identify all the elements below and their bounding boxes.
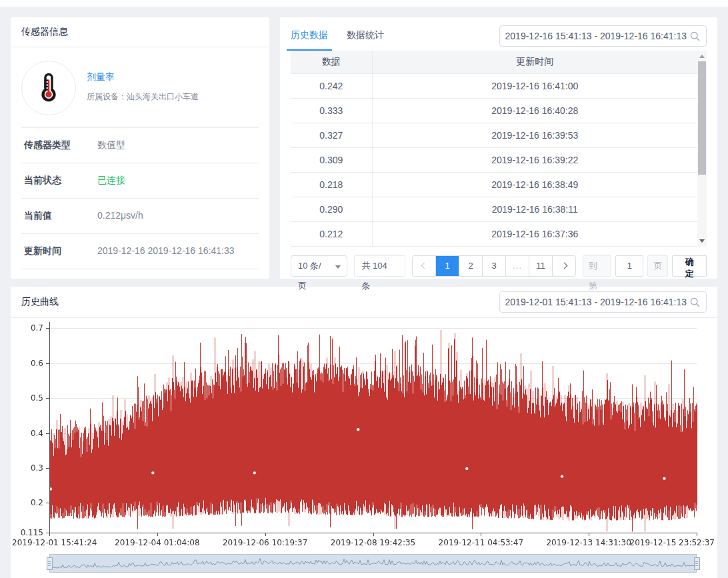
history-curve-chart[interactable] bbox=[11, 318, 717, 578]
device-label: 所属设备：汕头海关出口小车道 bbox=[87, 91, 199, 103]
tab-history-data[interactable]: 历史数据 bbox=[291, 29, 328, 51]
cell-time: 2019-12-16 16:38:49 bbox=[372, 172, 697, 197]
current-value: 0.212μsv/h bbox=[97, 210, 143, 222]
info-label: 更新时间 bbox=[24, 245, 97, 257]
total-count: 共 104 条 bbox=[354, 255, 405, 277]
page-size-value: 10 条/页 bbox=[298, 261, 321, 291]
table-row[interactable]: 0.3272019-12-16 16:39:53 bbox=[291, 123, 697, 147]
cell-time: 2019-12-16 16:37:36 bbox=[372, 221, 697, 246]
page-ellipsis[interactable]: ... bbox=[506, 256, 529, 276]
cell-value: 0.333 bbox=[291, 98, 372, 123]
sensor-profile: 剂量率 所属设备：汕头海关出口小车道 bbox=[21, 47, 259, 128]
sensor-avatar bbox=[21, 61, 76, 115]
history-table: 数据 更新时间 0.2422019-12-16 16:41:00 0.33320… bbox=[291, 51, 707, 247]
cell-value: 0.212 bbox=[291, 221, 372, 246]
goto-label: 到第 bbox=[583, 255, 612, 277]
page-button-11[interactable]: 11 bbox=[529, 256, 553, 276]
status-badge: 已连接 bbox=[97, 175, 125, 187]
cell-value: 0.327 bbox=[291, 123, 372, 147]
col-header-time: 更新时间 bbox=[372, 51, 697, 73]
cell-time: 2019-12-16 16:38:11 bbox=[372, 197, 697, 221]
table-row[interactable]: 0.2182019-12-16 16:38:49 bbox=[291, 172, 697, 197]
info-row-status: 当前状态 已连接 bbox=[21, 163, 259, 199]
thermometer-icon bbox=[29, 69, 68, 107]
pagination-bar: 10 条/页 共 104 条 1 2 3 ... 11 到第 页 bbox=[280, 247, 717, 285]
chevron-down-icon bbox=[335, 265, 341, 269]
info-label: 当前状态 bbox=[24, 175, 97, 187]
table-date-range-picker[interactable]: 2019-12-16 15:41:13 - 2019-12-16 16:41:1… bbox=[499, 25, 707, 47]
col-header-value: 数据 bbox=[291, 51, 372, 73]
chevron-right-icon bbox=[561, 262, 568, 269]
table-header-row: 数据 更新时间 bbox=[291, 51, 697, 73]
cell-time: 2019-12-16 16:39:22 bbox=[372, 147, 697, 172]
cell-time: 2019-12-16 16:39:53 bbox=[372, 123, 697, 147]
page-button-1[interactable]: 1 bbox=[436, 256, 459, 276]
info-row-current-value: 当前值 0.212μsv/h bbox=[21, 199, 259, 234]
curve-panel-title: 历史曲线 bbox=[21, 296, 59, 308]
sensor-type-value: 数值型 bbox=[97, 139, 125, 151]
curve-date-range-value: 2019-12-01 15:41:13 - 2019-12-16 16:41:1… bbox=[505, 297, 687, 307]
search-icon[interactable] bbox=[689, 297, 701, 308]
tab-data-statistics[interactable]: 数据统计 bbox=[347, 29, 384, 51]
confirm-button[interactable]: 确定 bbox=[672, 255, 707, 277]
sensor-panel-title: 传感器信息 bbox=[11, 17, 269, 47]
prev-page-button[interactable] bbox=[413, 256, 436, 276]
table-scrollbar[interactable] bbox=[697, 51, 707, 247]
chevron-left-icon bbox=[421, 262, 427, 269]
cell-time: 2019-12-16 16:40:28 bbox=[372, 98, 697, 123]
sensor-name-link[interactable]: 剂量率 bbox=[87, 71, 199, 83]
update-time-value: 2019-12-16 2019-12-16 16:41:33 bbox=[97, 245, 235, 257]
dashboard: 传感器信息 bbox=[0, 7, 728, 578]
page-label: 页 bbox=[647, 255, 668, 277]
cell-value: 0.309 bbox=[291, 147, 372, 172]
page-button-2[interactable]: 2 bbox=[459, 256, 483, 276]
cell-value: 0.242 bbox=[291, 73, 372, 98]
info-row-sensor-type: 传感器类型 数值型 bbox=[21, 128, 259, 163]
sensor-info-panel: 传感器信息 bbox=[11, 17, 269, 279]
cell-time: 2019-12-16 16:41:00 bbox=[372, 73, 697, 98]
history-data-panel: 历史数据 数据统计 2019-12-16 15:41:13 - 2019-12-… bbox=[280, 17, 717, 279]
pager: 1 2 3 ... 11 bbox=[412, 255, 576, 277]
info-label: 传感器类型 bbox=[24, 139, 97, 151]
curve-date-range-picker[interactable]: 2019-12-01 15:41:13 - 2019-12-16 16:41:1… bbox=[499, 291, 707, 313]
top-strip bbox=[0, 0, 728, 7]
page-size-select[interactable]: 10 条/页 bbox=[291, 255, 347, 277]
table-row[interactable]: 0.3092019-12-16 16:39:22 bbox=[291, 147, 697, 172]
info-label: 当前值 bbox=[24, 210, 97, 222]
page-button-3[interactable]: 3 bbox=[483, 256, 506, 276]
tab-bar: 历史数据 数据统计 bbox=[291, 25, 384, 51]
scrollbar-thumb[interactable] bbox=[698, 61, 706, 175]
table-row[interactable]: 0.2422019-12-16 16:41:00 bbox=[291, 73, 697, 98]
info-row-update-time: 更新时间 2019-12-16 2019-12-16 16:41:33 bbox=[21, 234, 259, 269]
cell-value: 0.290 bbox=[291, 197, 372, 221]
table-row[interactable]: 0.3332019-12-16 16:40:28 bbox=[291, 98, 697, 123]
next-page-button[interactable] bbox=[553, 256, 576, 276]
search-icon[interactable] bbox=[689, 31, 701, 42]
table-row[interactable]: 0.2122019-12-16 16:37:36 bbox=[291, 221, 697, 246]
goto-page-input[interactable] bbox=[615, 255, 643, 277]
page-jump: 到第 页 确定 bbox=[583, 255, 707, 277]
history-curve-panel: 历史曲线 2019-12-01 15:41:13 - 2019-12-16 16… bbox=[11, 287, 717, 577]
scroll-down-icon[interactable] bbox=[697, 237, 707, 245]
sensor-info-list: 传感器类型 数值型 当前状态 已连接 当前值 0.212μsv/h 更新时间 2… bbox=[21, 128, 259, 269]
table-date-range-value: 2019-12-16 15:41:13 - 2019-12-16 16:41:1… bbox=[505, 31, 687, 41]
scroll-up-icon[interactable] bbox=[697, 52, 707, 60]
table-row[interactable]: 0.2902019-12-16 16:38:11 bbox=[291, 197, 697, 221]
cell-value: 0.218 bbox=[291, 172, 372, 197]
